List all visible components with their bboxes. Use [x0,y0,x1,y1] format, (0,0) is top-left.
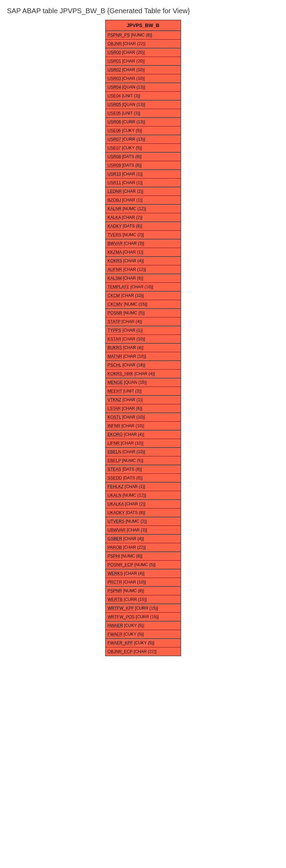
field-cell: USR03 [CHAR (10)] [105,74,181,83]
field-name-link[interactable]: WRTFW_KPF [108,606,134,611]
field-name-link[interactable]: PSCHL [108,363,122,367]
field-name-link[interactable]: KALSM [108,276,122,281]
field-name-link[interactable]: HWAER [108,623,123,628]
field-name-link[interactable]: USE06 [108,128,121,133]
field-name-link[interactable]: KALNR [108,206,122,211]
field-name-link[interactable]: USR11 [108,180,121,185]
field-type: [CHAR (4)] [123,258,144,263]
field-name-link[interactable]: FWAER [108,632,123,637]
field-name-link[interactable]: MEEHT [108,389,122,394]
field-name-link[interactable]: TYPPS [108,328,121,333]
field-cell: LIFNR [CHAR (10)] [105,439,181,448]
table-row: TVERS [NUMC (2)] [105,231,181,239]
field-name-link[interactable]: BZOBJ [108,198,121,202]
table-row: BZOBJ [CHAR (1)] [105,196,181,205]
field-name-link[interactable]: KALKA [108,215,121,220]
field-name-link[interactable]: EBELP [108,458,121,463]
field-name-link[interactable]: FWAER_KPF [108,640,133,645]
field-type: [CHAR (10)] [123,580,146,585]
table-row: UKADKY [DATS (8)] [105,509,181,517]
field-name-link[interactable]: INFNR [108,423,121,428]
field-name-link[interactable]: USR06 [108,119,121,124]
field-name-link[interactable]: CKCM [108,293,120,298]
field-name-link[interactable]: FEHLKZ [108,484,124,489]
field-name-link[interactable]: UKALN [108,493,122,498]
field-name-link[interactable]: UTVERS [108,519,125,524]
field-cell: POSNR [NUMC (5)] [105,309,181,317]
field-name-link[interactable]: UKADKY [108,510,125,515]
field-name-link[interactable]: USE04 [108,93,121,98]
field-name-link[interactable]: USR02 [108,67,121,72]
field-name-link[interactable]: PSPNR_PS [108,33,130,38]
field-name-link[interactable]: KSTAR [108,337,121,341]
field-name-link[interactable]: USR10 [108,172,121,176]
field-name-link[interactable]: USR05 [108,102,121,107]
table-row: USR03 [CHAR (10)] [105,74,181,83]
field-name-link[interactable]: KOSTL [108,415,121,420]
table-wrap: JPVPS_BW_B PSPNR_PS [NUMC (8)]OBJNR [CHA… [7,20,279,656]
field-name-link[interactable]: BUKRS [108,345,122,350]
field-name-link[interactable]: VTKNZ [108,397,121,402]
field-name-link[interactable]: KOKRS_HRK [108,371,133,376]
field-name-link[interactable]: USR03 [108,76,121,81]
field-name-link[interactable]: USE07 [108,146,121,150]
field-name-link[interactable]: LSTAR [108,406,121,411]
field-name-link[interactable]: PRCTR [108,580,122,585]
field-name-link[interactable]: UBWVAR [108,528,126,532]
field-name-link[interactable]: KADKY [108,224,122,229]
field-name-link[interactable]: WERKS [108,571,123,576]
field-cell: KOKRS [CHAR (4)] [105,257,181,265]
field-name-link[interactable]: USR04 [108,85,121,90]
field-name-link[interactable]: WRTFW_POS [108,614,135,619]
table-row: PSPNR [NUMC (8)] [105,587,181,595]
field-name-link[interactable]: LEDNR [108,189,122,194]
field-name-link[interactable]: TEMPLATE [108,284,129,289]
field-type: [CHAR (1)] [123,250,144,255]
field-name-link[interactable]: POSNR [108,311,123,315]
field-name-link[interactable]: USR01 [108,59,121,64]
field-name-link[interactable]: KOKRS [108,258,122,263]
field-name-link[interactable]: CKCMV [108,302,123,307]
field-name-link[interactable]: WERTB [108,597,123,602]
field-name-link[interactable]: STEAS [108,467,121,472]
field-name-link[interactable]: MATNR [108,354,122,359]
field-cell: USR09 [DATS (8)] [105,161,181,170]
field-name-link[interactable]: PSPHI [108,554,120,559]
field-type: [QUAN (15)] [124,380,147,385]
field-name-link[interactable]: AUFNR [108,267,122,272]
field-type: [CURR (13)] [122,137,145,142]
field-type: [DATS (8)] [126,510,145,515]
table-row: WRTFW_POS [CURR (15)] [105,613,181,621]
table-row: KSTAR [CHAR (10)] [105,335,181,344]
field-name-link[interactable]: USE05 [108,111,121,116]
field-name-link[interactable]: EBELN [108,449,121,454]
field-name-link[interactable]: POSNR_ECP [108,562,133,567]
field-name-link[interactable]: BWVAR [108,241,123,246]
field-cell: FWAER [CUKY (5)] [105,630,181,639]
field-name-link[interactable]: KKZMA [108,250,122,255]
field-name-link[interactable]: USR00 [108,50,121,55]
field-name-link[interactable]: UKALKA [108,502,124,506]
field-type: [QUAN (13)] [122,102,145,107]
field-type: [CHAR (6)] [123,276,144,281]
field-name-link[interactable]: TVERS [108,232,122,237]
field-name-link[interactable]: OBJNR_ECP [108,649,133,654]
field-name-link[interactable]: USR08 [108,154,121,159]
field-name-link[interactable]: PSPNR [108,588,122,593]
field-name-link[interactable]: EKORG [108,432,123,437]
field-name-link[interactable]: USR07 [108,137,121,142]
field-name-link[interactable]: USR09 [108,163,121,168]
field-cell: USE05 [UNIT (3)] [105,109,181,118]
field-name-link[interactable]: LIFNR [108,441,120,446]
field-name-link[interactable]: MENGE [108,380,123,385]
field-type: [CHAR (4)] [124,571,145,576]
field-cell: UKADKY [DATS (8)] [105,509,181,517]
field-name-link[interactable]: PAROB [108,545,122,550]
table-row: BUKRS [CHAR (4)] [105,344,181,352]
field-name-link[interactable]: OBJNR [108,41,122,46]
field-cell: SSEDD [DATS (8)] [105,474,181,482]
field-name-link[interactable]: GSBER [108,536,122,541]
field-name-link[interactable]: STATP [108,319,121,324]
field-name-link[interactable]: SSEDD [108,476,122,480]
field-type: [NUMC (8)] [121,554,142,559]
